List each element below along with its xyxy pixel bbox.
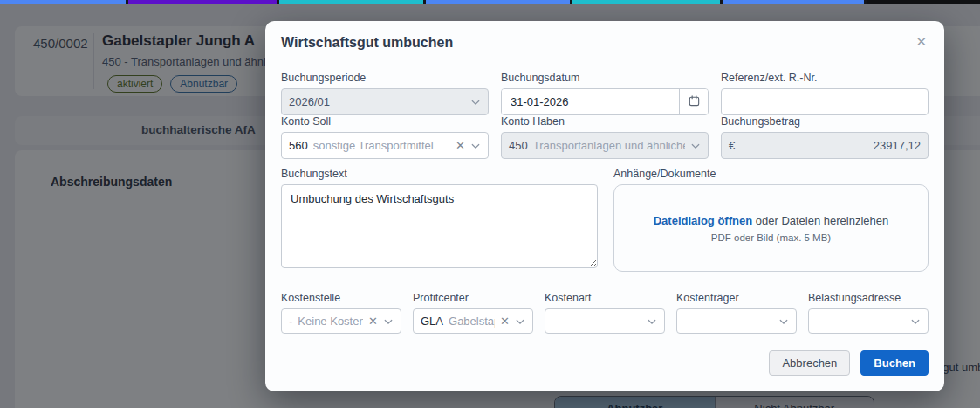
- file-dialog-link[interactable]: Dateidialog öffnen: [654, 214, 752, 227]
- field-belastungsadresse: Belastungsadresse: [808, 292, 929, 334]
- field-kostenstelle: Kostenstelle - Keine Kosten ✕: [281, 292, 401, 334]
- currency-symbol: €: [729, 139, 735, 152]
- field-kostentraeger: Kostenträger: [676, 292, 797, 334]
- field-buchungsdatum: Buchungsdatum: [501, 72, 709, 115]
- file-dropzone[interactable]: Dateidialog öffnen oder Dateien hereinzi…: [613, 184, 929, 272]
- buchungstext-label: Buchungstext: [281, 168, 598, 180]
- chevron-down-icon: [690, 141, 701, 151]
- konto-soll-name: sonstige Transportmittel: [313, 139, 450, 152]
- field-buchungsperiode: Buchungsperiode 2026/01: [281, 72, 489, 115]
- buchungsbetrag-value: 23917,12: [874, 139, 921, 152]
- field-kostenart: Kostenart: [545, 292, 665, 334]
- buchungsdatum-input[interactable]: [502, 89, 679, 114]
- tab-strip-segment: [279, 0, 423, 4]
- chevron-down-icon: [383, 316, 394, 327]
- belastungsadresse-label: Belastungsadresse: [808, 292, 929, 304]
- tab-strip-segment: [723, 0, 863, 4]
- chevron-down-icon: [470, 141, 481, 151]
- tab-strip-segment: [867, 0, 980, 4]
- anhaenge-label: Anhänge/Dokumente: [613, 168, 929, 180]
- buchungsdatum-group: [501, 88, 709, 115]
- browser-tab-strip: [0, 0, 980, 4]
- buchungsperiode-label: Buchungsperiode: [281, 72, 489, 84]
- buchungsperiode-select: 2026/01: [281, 88, 489, 115]
- clear-icon[interactable]: ✕: [456, 139, 465, 152]
- field-anhaenge: Anhänge/Dokumente Dateidialog öffnen ode…: [613, 168, 929, 272]
- kostenart-label: Kostenart: [545, 292, 665, 304]
- kostenstelle-select[interactable]: - Keine Kosten ✕: [281, 308, 401, 334]
- kostenart-select[interactable]: [545, 308, 665, 334]
- kostenstelle-code: -: [289, 315, 292, 328]
- kostentraeger-label: Kostenträger: [676, 292, 797, 304]
- field-konto-haben: Konto Haben 450 Transportanlagen und ähn…: [501, 115, 709, 159]
- dropzone-hint: PDF oder Bild (max. 5 MB): [711, 232, 831, 243]
- profitcenter-select[interactable]: GLA Gabelstapler ✕: [413, 308, 533, 334]
- close-icon[interactable]: ✕: [912, 31, 930, 52]
- tab-strip-segment: [128, 0, 276, 4]
- profitcenter-code: GLA: [421, 315, 443, 328]
- cancel-button[interactable]: Abbrechen: [769, 350, 850, 376]
- tab-strip-segment: [0, 0, 126, 4]
- dialog-footer: Abbrechen Buchen: [769, 350, 929, 376]
- belastungsadresse-select[interactable]: [808, 308, 929, 334]
- kostenstelle-label: Kostenstelle: [281, 292, 401, 304]
- dropzone-text-rest: oder Dateien hereinziehen: [756, 214, 889, 227]
- konto-soll-code: 560: [289, 139, 308, 152]
- field-referenz: Referenz/ext. R.-Nr.: [721, 72, 929, 115]
- field-buchungsbetrag: Buchungsbetrag € 23917,12: [721, 115, 929, 159]
- konto-haben-select: 450 Transportanlagen und ähnliches: [501, 132, 709, 159]
- chevron-down-icon: [470, 97, 481, 107]
- buchungsbetrag-label: Buchungsbetrag: [721, 115, 929, 128]
- buchungsbetrag-input: € 23917,12: [721, 132, 929, 159]
- chevron-down-icon: [910, 316, 921, 327]
- screen: 450/0002 Gabelstapler Jungh A 450 - Tran…: [0, 0, 980, 408]
- buchungsperiode-value: 2026/01: [289, 95, 330, 108]
- profitcenter-name: Gabelstapler: [449, 315, 495, 328]
- chevron-down-icon: [778, 316, 789, 327]
- buchen-button[interactable]: Buchen: [860, 350, 929, 376]
- umbuchen-dialog: Wirtschaftsgut umbuchen ✕ Buchungsperiod…: [265, 21, 944, 391]
- buchungsdatum-label: Buchungsdatum: [501, 72, 709, 84]
- clear-icon[interactable]: ✕: [368, 315, 378, 328]
- buchungstext-textarea[interactable]: Umbuchung des Wirtschaftsguts: [281, 184, 598, 268]
- dialog-title: Wirtschaftsgut umbuchen: [281, 35, 453, 51]
- chevron-down-icon: [647, 316, 657, 327]
- konto-haben-name: Transportanlagen und ähnliches: [533, 139, 685, 152]
- kostentraeger-select[interactable]: [676, 308, 797, 334]
- dropzone-text: Dateidialog öffnen oder Dateien hereinzi…: [654, 214, 889, 227]
- referenz-input[interactable]: [721, 88, 929, 115]
- referenz-label: Referenz/ext. R.-Nr.: [721, 72, 929, 84]
- profitcenter-label: Profitcenter: [413, 292, 533, 304]
- tab-strip-segment: [572, 0, 720, 4]
- kostenstelle-name: Keine Kosten: [298, 315, 363, 328]
- konto-soll-label: Konto Soll: [281, 115, 489, 128]
- konto-soll-select[interactable]: 560 sonstige Transportmittel ✕: [281, 132, 489, 159]
- field-konto-soll: Konto Soll 560 sonstige Transportmittel …: [281, 115, 489, 159]
- chevron-down-icon: [515, 316, 525, 327]
- tab-strip-segment: [426, 0, 569, 4]
- field-buchungstext: Buchungstext Umbuchung des Wirtschaftsgu…: [281, 168, 598, 272]
- calendar-icon: [688, 94, 701, 110]
- calendar-button[interactable]: [679, 89, 708, 114]
- konto-haben-label: Konto Haben: [501, 115, 709, 128]
- clear-icon[interactable]: ✕: [500, 315, 510, 328]
- field-profitcenter: Profitcenter GLA Gabelstapler ✕: [413, 292, 533, 334]
- konto-haben-code: 450: [509, 139, 528, 152]
